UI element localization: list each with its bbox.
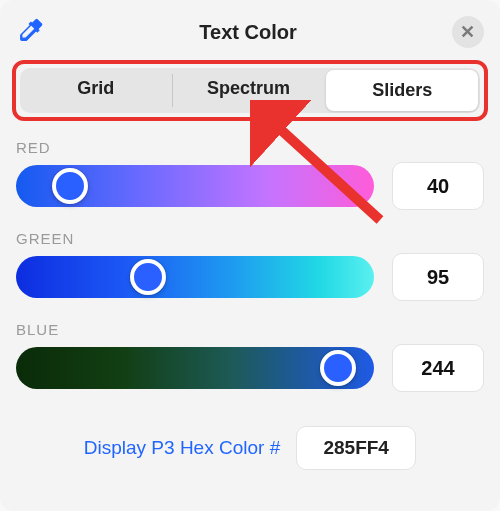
- green-slider[interactable]: [16, 256, 374, 298]
- red-slider-knob[interactable]: [52, 168, 88, 204]
- tab-spectrum[interactable]: Spectrum: [173, 68, 325, 113]
- tab-sliders[interactable]: Sliders: [326, 70, 478, 111]
- segmented-control-highlight: Grid Spectrum Sliders: [12, 60, 488, 121]
- sliders-section: RED 40 GREEN 95 BLUE: [12, 139, 488, 406]
- hex-label[interactable]: Display P3 Hex Color #: [84, 437, 280, 459]
- green-value-input[interactable]: 95: [392, 253, 484, 301]
- green-row: GREEN 95: [16, 230, 484, 301]
- segmented-control: Grid Spectrum Sliders: [20, 68, 480, 113]
- blue-label: BLUE: [16, 321, 484, 338]
- red-slider[interactable]: [16, 165, 374, 207]
- green-slider-knob[interactable]: [130, 259, 166, 295]
- red-value-input[interactable]: 40: [392, 162, 484, 210]
- header: Text Color ✕: [12, 10, 488, 54]
- panel-title: Text Color: [199, 21, 296, 44]
- red-row: RED 40: [16, 139, 484, 210]
- red-label: RED: [16, 139, 484, 156]
- tab-grid[interactable]: Grid: [20, 68, 172, 113]
- close-button[interactable]: ✕: [452, 16, 484, 48]
- hex-value-input[interactable]: 285FF4: [296, 426, 416, 470]
- color-picker-panel: Text Color ✕ Grid Spectrum Sliders RED 4…: [0, 0, 500, 511]
- green-label: GREEN: [16, 230, 484, 247]
- blue-value-input[interactable]: 244: [392, 344, 484, 392]
- blue-row: BLUE 244: [16, 321, 484, 392]
- blue-slider[interactable]: [16, 347, 374, 389]
- close-icon: ✕: [460, 21, 475, 43]
- eyedropper-icon[interactable]: [16, 16, 44, 48]
- hex-row: Display P3 Hex Color # 285FF4: [12, 426, 488, 470]
- blue-slider-knob[interactable]: [320, 350, 356, 386]
